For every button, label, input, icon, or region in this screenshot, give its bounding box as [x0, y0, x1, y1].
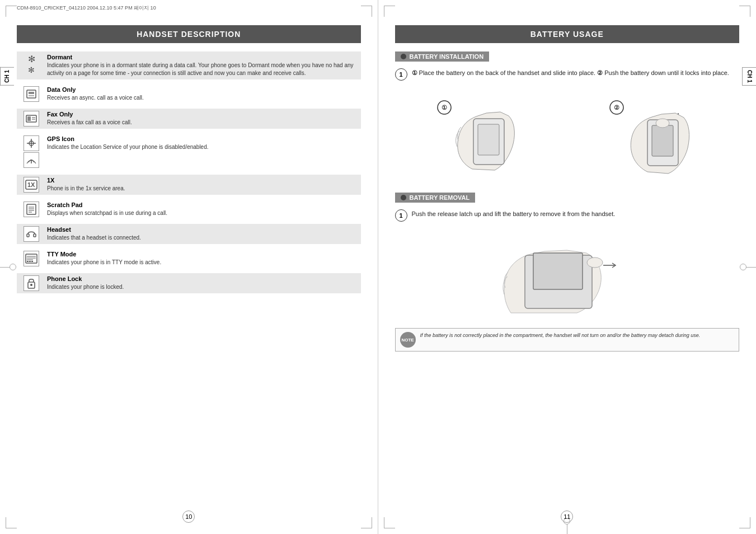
phone-lock-text: Phone Lock Indicates your phone is locke… — [47, 275, 124, 291]
scratch-pad-icon-cell — [20, 202, 43, 217]
corner-bl — [6, 517, 17, 528]
svg-point-38 — [656, 119, 669, 128]
phone-lock-row: Phone Lock Indicates your phone is locke… — [17, 273, 361, 293]
phone-lock-desc: Indicates your phone is locked. — [47, 283, 124, 291]
dormant-icons: ✻ ✻ — [20, 54, 43, 74]
fax-only-title: Fax Only — [47, 111, 132, 118]
note-box: NOTE If the battery is not correctly pla… — [395, 328, 740, 352]
battery-removal-illustration — [395, 227, 740, 322]
headset-desc: Indicates that a headset is connected. — [47, 234, 141, 242]
svg-rect-33 — [478, 124, 499, 155]
svg-rect-14 — [27, 204, 36, 214]
phone-lock-icon — [24, 275, 39, 291]
file-stamp: CDM-8910_CRICKET_041210 2004.12.10 5:47 … — [17, 4, 156, 12]
svg-rect-26 — [29, 261, 31, 262]
1x-title: 1X — [47, 177, 125, 184]
svg-rect-19 — [27, 234, 29, 237]
battery-installation-section: BATTERY INSTALLATION 1 ① Place the batte… — [395, 51, 740, 187]
headset-icon-cell — [20, 226, 43, 242]
note-text: If the battery is not correctly placed i… — [420, 332, 701, 340]
headset-title: Headset — [47, 226, 141, 233]
tty-icon-cell — [20, 251, 43, 266]
svg-rect-40 — [533, 253, 583, 289]
phone-lock-icon-cell — [20, 275, 43, 291]
corner-br — [361, 517, 372, 528]
gps-text: GPS Icon Indicates the Location Service … — [47, 135, 209, 151]
svg-text:①: ① — [442, 104, 447, 111]
data-only-desc: Receives an async. call as a voice call. — [47, 94, 144, 102]
icon-rows-container: ✻ ✻ Dormant Indicates your phone is in a… — [17, 51, 361, 293]
left-page: CDM-8910_CRICKET_041210 2004.12.10 5:47 … — [0, 0, 378, 534]
svg-rect-25 — [27, 261, 29, 262]
data-only-text: Data Only Receives an async. call as a v… — [47, 86, 144, 102]
left-page-number: 10 — [182, 510, 195, 523]
battery-install-img1: ① — [430, 95, 531, 179]
scratch-pad-icon — [24, 202, 39, 217]
1x-desc: Phone is in the 1x service area. — [47, 185, 125, 193]
fax-only-icon — [24, 111, 39, 127]
battery-removal-title: BATTERY REMOVAL — [395, 193, 476, 203]
data-only-title: Data Only — [47, 86, 144, 93]
battery-install-illustrations: ① — [395, 86, 740, 187]
scratch-pad-title: Scratch Pad — [47, 202, 167, 208]
battery-install-img2: ② — [603, 95, 703, 179]
chapter-tab-left: CH 1 — [0, 67, 14, 86]
data-only-icon — [24, 86, 39, 102]
dormant-text: Dormant Indicates your phone is in a dor… — [47, 54, 358, 77]
svg-rect-4 — [27, 116, 31, 121]
removal-step-text: Push the release latch up and lift the b… — [412, 209, 616, 219]
crosshair-left — [0, 264, 16, 270]
svg-rect-20 — [34, 234, 36, 237]
svg-rect-27 — [31, 261, 33, 262]
section-dot-removal — [401, 195, 406, 200]
headset-icon — [24, 226, 39, 242]
left-page-header: HANDSET DESCRIPTION — [17, 25, 361, 43]
svg-rect-1 — [29, 92, 34, 94]
fax-only-icon-cell — [20, 111, 43, 127]
gps-crosshair-icon — [24, 135, 39, 151]
phone-lock-title: Phone Lock — [47, 275, 124, 282]
section-dot-install — [401, 54, 406, 59]
dormant-title: Dormant — [47, 54, 358, 60]
note-badge: NOTE — [400, 332, 416, 348]
headset-row: Headset Indicates that a headset is conn… — [17, 224, 361, 244]
fax-only-text: Fax Only Receives a fax call as a voice … — [47, 111, 132, 127]
1x-text: 1X Phone is in the 1x service area. — [47, 177, 125, 193]
corner-tr — [361, 6, 372, 17]
tty-title: TTY Mode — [47, 251, 161, 257]
1x-row: 1X 1X Phone is in the 1x service area. — [17, 175, 361, 195]
right-corner-bl — [384, 517, 395, 528]
gps-icon-stack — [24, 135, 39, 168]
svg-rect-37 — [652, 125, 673, 156]
right-page-header: BATTERY USAGE — [395, 25, 740, 43]
fax-only-row: Fax Only Receives a fax call as a voice … — [17, 109, 361, 129]
right-corner-tr — [739, 6, 750, 17]
right-page-number: 11 — [561, 510, 573, 523]
svg-text:②: ② — [614, 104, 619, 111]
1x-icon: 1X — [24, 177, 39, 193]
removal-step-circle: 1 — [395, 209, 407, 222]
gps-signal-icon — [24, 152, 39, 168]
battery-installation-title: BATTERY INSTALLATION — [395, 51, 490, 62]
tty-row: TTY Mode Indicates your phone is in TTY … — [17, 249, 361, 269]
corner-tl — [6, 6, 17, 17]
dormant-desc: Indicates your phone is in a dormant sta… — [47, 62, 358, 77]
right-corner-br — [739, 517, 750, 528]
right-page: CH 1 BATTERY USAGE BATTERY INSTALLATION … — [378, 0, 757, 534]
dormant-row: ✻ ✻ Dormant Indicates your phone is in a… — [17, 51, 361, 79]
gps-row: GPS Icon Indicates the Location Service … — [17, 133, 361, 170]
install-step-text: ① Place the battery on the back of the h… — [412, 68, 729, 78]
tty-desc: Indicates your phone is in TTY mode is a… — [47, 259, 161, 266]
crosshair-right — [740, 264, 756, 270]
right-corner-tl — [384, 6, 395, 17]
data-only-row: Data Only Receives an async. call as a v… — [17, 84, 361, 104]
scratch-pad-row: Scratch Pad Displays when scratchpad is … — [17, 199, 361, 219]
gps-desc: Indicates the Location Service of your p… — [47, 143, 209, 151]
gps-icon-cell — [20, 135, 43, 168]
install-step-1: 1 ① Place the battery on the back of the… — [395, 68, 740, 81]
headset-text: Headset Indicates that a headset is conn… — [47, 226, 141, 242]
scratch-pad-text: Scratch Pad Displays when scratchpad is … — [47, 202, 167, 217]
svg-text:1X: 1X — [27, 181, 35, 188]
fax-only-desc: Receives a fax call as a voice call. — [47, 119, 132, 127]
removal-step-1: 1 Push the release latch up and lift the… — [395, 209, 740, 222]
